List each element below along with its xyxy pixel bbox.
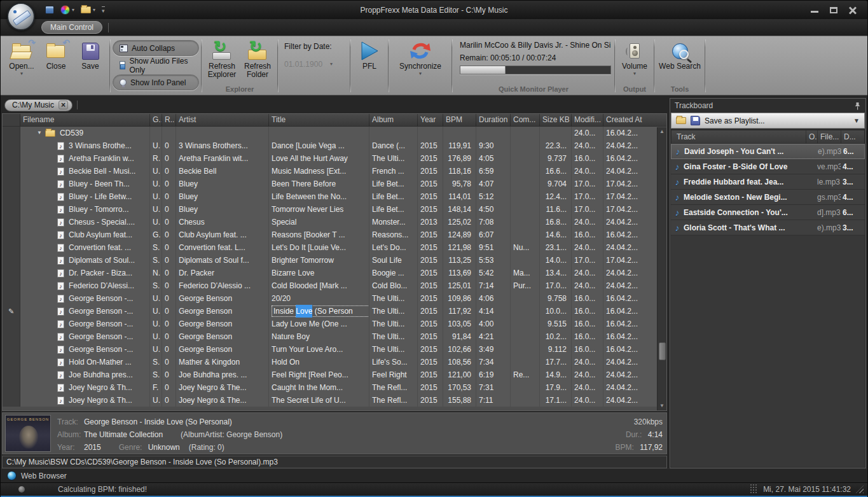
trackboard-row[interactable]: ♪Melodie Sexton - New Begi...gs.mp34...	[671, 190, 865, 205]
table-row[interactable]: ♪Bluey - Tomorro...U.0BlueyTomorrow Neve…	[3, 203, 658, 216]
expand-triangle-icon[interactable]: ▼	[37, 127, 42, 139]
color-scheme-icon[interactable]: ▾	[60, 5, 74, 15]
column-header-created[interactable]: Created At	[603, 114, 667, 126]
refresh-explorer-button[interactable]: ↻ Refresh Explorer	[204, 38, 240, 79]
tab-my-music[interactable]: C:\My Music ×	[4, 99, 72, 111]
row-indicator	[3, 127, 20, 139]
pfl-button[interactable]: PFL	[353, 38, 386, 71]
column-header-size[interactable]: Size KB	[540, 114, 572, 126]
table-row[interactable]: ♪Diplomats of Soul...S.0Diplomats of Sou…	[3, 254, 658, 267]
close-file-button[interactable]: ↶ Close	[39, 38, 73, 71]
open-playlist-icon[interactable]	[676, 117, 686, 124]
metadata-editor-icon[interactable]	[45, 6, 54, 14]
scrollbar-thumb[interactable]	[659, 342, 666, 360]
column-header-bpm[interactable]: BPM	[443, 114, 476, 126]
table-row[interactable]: ♪Joey Negro & Th...U.0Joey Negro & The..…	[3, 394, 658, 407]
row-indicator	[3, 139, 20, 152]
ribbon-group-explorer: ↻ Refresh Explorer ↻ Refresh Folder Expl…	[204, 38, 275, 95]
toolbar-options-icon[interactable]: ▾	[102, 6, 105, 14]
title-edit-field[interactable]: Inside Love (So Person	[272, 305, 369, 317]
album-artist-value: (AlbumArtist: George Benson)	[181, 428, 282, 441]
save-as-playlist-button[interactable]: Save as Playlist... ▼	[671, 113, 865, 129]
ribbon-group-view: Auto Collaps Show Audio Files Only Show …	[113, 38, 199, 95]
tab-close-icon[interactable]: ×	[59, 101, 68, 109]
maximize-button[interactable]	[825, 4, 842, 16]
web-browser-bar[interactable]: Web Browser	[1, 468, 867, 482]
scroll-down-icon[interactable]: ▼	[659, 402, 665, 410]
column-header-dur[interactable]: Duration	[476, 114, 511, 126]
row-indicator	[3, 178, 20, 190]
table-row[interactable]: ♪Convertion feat. ...S.0Convertion feat.…	[3, 241, 658, 254]
open-recent-icon[interactable]: ▾	[81, 6, 95, 13]
resize-grip[interactable]	[856, 486, 864, 493]
chevron-down-icon[interactable]: ▼	[853, 118, 860, 123]
table-row-folder[interactable]: ▼CD53924.0...16.04.2...	[3, 127, 658, 139]
table-row[interactable]: ♪George Benson -...U.0George BensonLady …	[3, 318, 658, 330]
filter-date-input[interactable]: 01.01.1900 ▾	[284, 60, 345, 69]
pin-icon[interactable]	[854, 102, 861, 110]
table-row[interactable]: ♪Bluey - Life Betw...U.0BlueyLife Betwee…	[3, 190, 658, 203]
app-logo-icon[interactable]	[7, 3, 35, 31]
tab-main-control[interactable]: Main Control	[41, 21, 102, 34]
title-bar: ▾ ▾ ▾ ProppFrexx Meta Data Editor - C:\M…	[1, 1, 867, 19]
table-row[interactable]: ♪Chesus - Special....U.0ChesusSpecialMon…	[3, 216, 658, 228]
filename-cell: ♪Aretha Franklin w...	[20, 152, 150, 165]
save-button[interactable]: Save	[73, 38, 107, 71]
refresh-folder-button[interactable]: ↻ Refresh Folder	[240, 38, 275, 79]
audio-file-icon: ♪	[57, 396, 64, 405]
trackboard-row[interactable]: ♪David Joseph - You Can't ...e).mp36...	[671, 144, 865, 159]
table-row[interactable]: ♪George Benson -...U.0George BensonNatur…	[3, 330, 658, 343]
toggle-show-info-panel[interactable]: Show Info Panel	[113, 74, 199, 90]
table-row[interactable]: ♪Club Asylum feat...G.0Club Asylum feat.…	[3, 228, 658, 241]
audio-file-icon: ♪	[57, 206, 64, 214]
row-indicator	[3, 381, 20, 394]
table-row[interactable]: ♪Joe Buhdha pres...S.0Joe Buhdha pres. .…	[3, 368, 658, 381]
table-row[interactable]: ♪Hold On-Mather ...S.0Mather & KingdonHo…	[3, 356, 658, 368]
minimize-button[interactable]	[806, 4, 823, 16]
audio-file-icon: ♪	[57, 180, 64, 188]
trackboard-column-o[interactable]: O.	[806, 130, 818, 143]
table-row[interactable]: ♪George Benson -...U.0George BensonTurn …	[3, 343, 658, 356]
column-header-title[interactable]: Title	[269, 114, 369, 126]
trackboard-row[interactable]: ♪Gina Foster - B-Side Of Loveve.mp34...	[671, 159, 865, 174]
table-row[interactable]: ♪Bluey - Been Th...U.0BlueyBeen There Be…	[3, 178, 658, 190]
audio-file-icon: ♪	[57, 256, 64, 265]
trackboard-track-name: Freddie Hubbard feat. Jea...	[684, 178, 806, 186]
chevron-down-icon: ▾	[330, 62, 333, 67]
table-row[interactable]: ♪Aretha Franklin w...R.0Aretha Franklin …	[3, 152, 658, 165]
trackboard-row[interactable]: ♪Freddie Hubbard feat. Jea...le.mp33...	[671, 174, 865, 190]
column-header-artist[interactable]: Artist	[176, 114, 269, 126]
close-button[interactable]	[844, 4, 861, 16]
toggle-show-audio-files-only[interactable]: Show Audio Files Only	[113, 57, 199, 73]
scroll-up-icon[interactable]: ▲	[659, 127, 665, 136]
table-row[interactable]: ♪Beckie Bell - Musi...U.0Beckie BellMusi…	[3, 165, 658, 178]
monitor-progress-bar[interactable]	[460, 66, 611, 74]
trackboard-column-track[interactable]: Track	[672, 130, 806, 143]
column-header-r[interactable]: R..	[162, 114, 176, 126]
ribbon-group-files: ↷ Open... ▾ ↶ Close Save	[4, 38, 107, 95]
synchronize-button[interactable]: Synchronize ▾	[391, 38, 450, 76]
table-row[interactable]: ♪George Benson -...U.0George Benson20/20…	[3, 292, 658, 305]
volume-button[interactable]: Volume ▾	[617, 38, 652, 76]
table-row[interactable]: ♪Federico D'Alessi...S.0Federico D'Aless…	[3, 279, 658, 292]
column-header-g[interactable]: G..	[150, 114, 162, 126]
table-row[interactable]: ♪3 Winans Brothe...U.03 Winans Brothers.…	[3, 139, 658, 152]
table-row[interactable]: ✎♪George Benson -...U.0George BensonInsi…	[3, 305, 658, 318]
web-search-button[interactable]: Web Search	[657, 38, 703, 71]
open-button[interactable]: ↷ Open... ▾	[4, 38, 39, 76]
trackboard-row[interactable]: ♪Eastside Connection - You'...d].mp36...	[671, 205, 865, 220]
column-header-mod[interactable]: Modifi...	[572, 114, 603, 126]
toggle-auto-collaps[interactable]: Auto Collaps	[113, 40, 199, 56]
table-row[interactable]: ♪Joey Negro & Th...F.0Joey Negro & The..…	[3, 381, 658, 394]
trackboard-column-d[interactable]: D...	[841, 130, 867, 143]
filename-cell: ♪Diplomats of Soul...	[20, 254, 150, 267]
column-header-album[interactable]: Album	[369, 114, 418, 126]
column-header-fn[interactable]: Filename	[20, 114, 150, 126]
audio-file-icon: ♪	[57, 142, 64, 150]
trackboard-row[interactable]: ♪Gloria Scott - That's What ...e).mp33..…	[671, 220, 865, 235]
column-header-com[interactable]: Com...	[511, 114, 540, 126]
trackboard-column-file[interactable]: File...	[818, 130, 841, 143]
table-row[interactable]: ♪Dr. Packer - Biza...N.0Dr. PackerBizarr…	[3, 267, 658, 279]
table-scrollbar[interactable]: ▲ ▼	[657, 127, 666, 410]
column-header-year[interactable]: Year	[418, 114, 443, 126]
